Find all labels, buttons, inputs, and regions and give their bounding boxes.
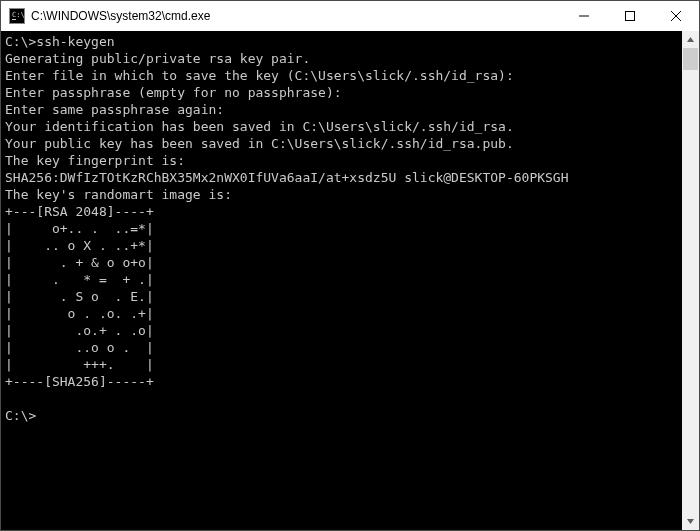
svg-marker-8 (687, 37, 694, 42)
svg-rect-3 (12, 19, 16, 20)
window-controls (561, 1, 699, 31)
titlebar[interactable]: C:\ C:\WINDOWS\system32\cmd.exe (1, 1, 699, 31)
maximize-button[interactable] (607, 1, 653, 31)
svg-text:C:\: C:\ (12, 11, 25, 19)
close-button[interactable] (653, 1, 699, 31)
console-output[interactable]: C:\>ssh-keygen Generating public/private… (1, 31, 682, 530)
client-area: C:\>ssh-keygen Generating public/private… (1, 31, 699, 530)
scroll-up-button[interactable] (682, 31, 699, 48)
scroll-down-button[interactable] (682, 513, 699, 530)
scrollbar-thumb[interactable] (683, 48, 698, 70)
window-title: C:\WINDOWS\system32\cmd.exe (31, 9, 561, 23)
svg-marker-9 (687, 519, 694, 524)
minimize-button[interactable] (561, 1, 607, 31)
cmd-window: C:\ C:\WINDOWS\system32\cmd.exe C:\>ssh-… (0, 0, 700, 531)
vertical-scrollbar[interactable] (682, 31, 699, 530)
cmd-icon: C:\ (9, 8, 25, 24)
svg-rect-5 (626, 12, 635, 21)
